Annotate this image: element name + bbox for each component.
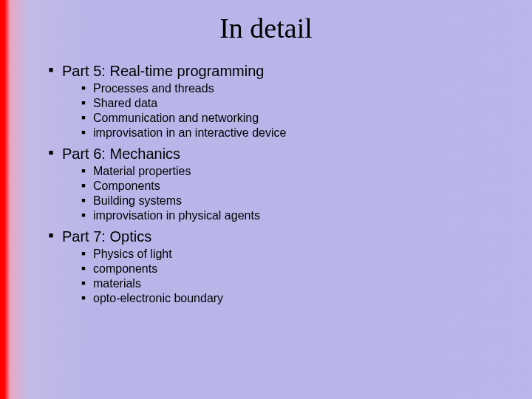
square-bullet-icon: ■ xyxy=(74,208,93,222)
square-bullet-icon: ■ xyxy=(74,179,93,192)
list-item: ■ Building systems xyxy=(74,194,286,208)
list-item: ■ Processes and threads xyxy=(74,81,286,96)
square-bullet-icon: ■ xyxy=(40,145,62,160)
list-item: ■ Components xyxy=(74,179,286,194)
square-bullet-icon: ■ xyxy=(74,126,93,139)
list-item: ■ components xyxy=(74,262,286,276)
list-item: ■ improvisation in physical agents xyxy=(74,208,286,223)
list-item: ■ opto-electronic boundary xyxy=(74,291,286,306)
square-bullet-icon: ■ xyxy=(40,62,62,77)
square-bullet-icon: ■ xyxy=(74,194,93,207)
slide-body: ■ Part 5: Real-time programming ■ Proces… xyxy=(40,58,286,306)
square-bullet-icon: ■ xyxy=(74,291,93,304)
list-item: ■ Shared data xyxy=(74,96,286,111)
slide: In detail ■ Part 5: Real-time programmin… xyxy=(0,0,532,399)
square-bullet-icon: ■ xyxy=(74,276,93,290)
list-item: ■ materials xyxy=(74,276,286,291)
list-item: ■ improvisation in an interactive device xyxy=(74,126,286,140)
list-item: ■ Communication and networking xyxy=(74,111,286,126)
square-bullet-icon: ■ xyxy=(74,262,93,275)
square-bullet-icon: ■ xyxy=(40,228,62,242)
list-item: ■ Physics of light xyxy=(74,247,286,262)
square-bullet-icon: ■ xyxy=(74,96,93,109)
section-heading: ■ Part 6: Mechanics xyxy=(40,145,286,163)
square-bullet-icon: ■ xyxy=(74,164,93,177)
square-bullet-icon: ■ xyxy=(74,81,93,95)
square-bullet-icon: ■ xyxy=(74,111,93,124)
section-heading: ■ Part 5: Real-time programming xyxy=(40,62,286,80)
square-bullet-icon: ■ xyxy=(74,247,93,260)
section-heading: ■ Part 7: Optics xyxy=(40,228,286,245)
slide-title: In detail xyxy=(0,0,532,44)
list-item: ■ Material properties xyxy=(74,164,286,179)
